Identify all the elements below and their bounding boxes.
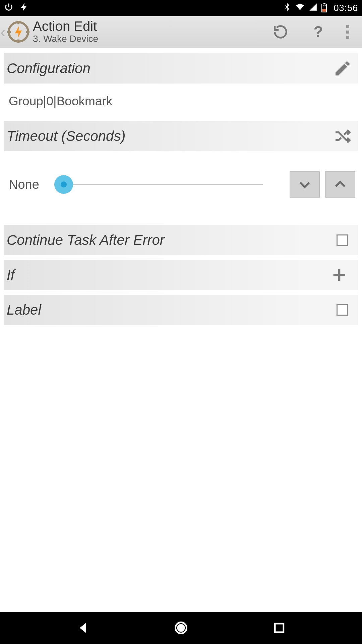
content-area: Configuration Group|0|Bookmark Timeout (… (0, 48, 362, 325)
nav-home-button[interactable] (174, 621, 188, 635)
lightning-icon (19, 2, 29, 14)
decrement-button[interactable] (290, 171, 320, 198)
svg-rect-2 (17, 40, 19, 43)
svg-rect-4 (26, 31, 29, 33)
continue-after-error-label: Continue Task After Error (7, 232, 165, 248)
svg-rect-1 (17, 21, 19, 24)
bluetooth-icon (283, 3, 291, 13)
help-button[interactable]: ? (299, 16, 336, 48)
timeout-value: None (9, 177, 49, 192)
wifi-icon (295, 2, 305, 14)
label-label: Label (7, 302, 41, 318)
timeout-slider[interactable] (56, 184, 263, 185)
continue-after-error-row[interactable]: Continue Task After Error (4, 225, 358, 255)
configuration-value[interactable]: Group|0|Bookmark (0, 84, 362, 119)
status-time: 03:56 (334, 3, 358, 13)
back-button[interactable]: ‹ (0, 16, 6, 48)
nav-recent-button[interactable] (272, 621, 287, 635)
configuration-header[interactable]: Configuration (4, 53, 358, 84)
overflow-menu-button[interactable] (336, 16, 359, 48)
app-bar: ‹ Action Edit 3. Wake Device ? (0, 16, 362, 48)
timeout-label: Timeout (Seconds) (7, 128, 125, 144)
svg-rect-3 (7, 31, 11, 33)
navigation-bar (0, 612, 362, 644)
reset-button[interactable] (262, 16, 299, 48)
plus-icon[interactable] (330, 266, 348, 284)
tasker-app-icon[interactable] (7, 21, 29, 43)
page-title: Action Edit (33, 19, 98, 33)
continue-after-error-checkbox[interactable] (337, 234, 348, 246)
svg-point-7 (178, 625, 184, 631)
label-checkbox[interactable] (337, 304, 348, 316)
svg-rect-8 (275, 624, 284, 632)
if-row[interactable]: If (4, 260, 358, 290)
nav-back-button[interactable] (75, 621, 90, 635)
battery-level: 15 (322, 4, 326, 7)
shuffle-icon[interactable] (332, 125, 353, 147)
timeout-slider-row: None (0, 151, 362, 211)
slider-thumb[interactable] (54, 175, 73, 194)
page-subtitle: 3. Wake Device (33, 33, 98, 45)
pencil-icon[interactable] (332, 58, 353, 79)
battery-icon: 15 (321, 4, 327, 12)
configuration-label: Configuration (7, 60, 90, 76)
label-row[interactable]: Label (4, 295, 358, 325)
status-bar: 15 03:56 (0, 0, 362, 16)
increment-button[interactable] (325, 171, 355, 198)
if-label: If (7, 267, 14, 283)
power-icon (4, 2, 13, 14)
svg-text:?: ? (314, 24, 323, 40)
signal-icon (309, 3, 317, 14)
timeout-header[interactable]: Timeout (Seconds) (4, 121, 358, 151)
